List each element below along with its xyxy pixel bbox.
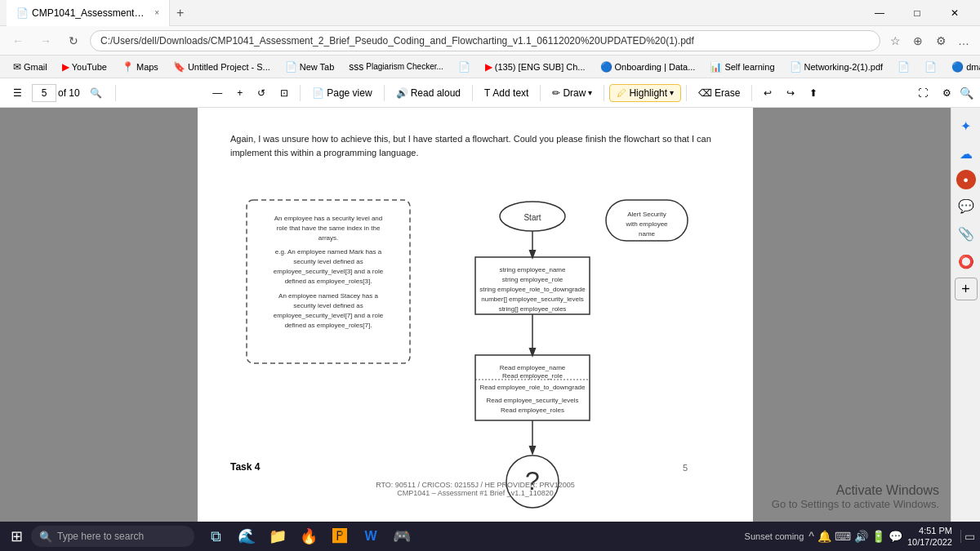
svg-text:employee_security_level[7] and: employee_security_level[7] and a role [274,312,384,319]
taskbar-word-icon[interactable]: W [356,522,385,551]
address-input[interactable] [90,30,880,51]
close-button[interactable]: ✕ [936,0,973,26]
bookmark-dmaic[interactable]: 🔵 dmaic [945,60,980,74]
bookmark-networking[interactable]: 📄 Networking-2(1).pdf [783,60,890,74]
erase-label: Erase [715,87,740,99]
sidebar-chat-icon[interactable]: 💬 [955,194,978,217]
browser-tab[interactable]: 📄 CMP1041_Assessment_2_Brief_P × [7,0,170,26]
comment-icon[interactable]: 💬 [889,530,902,543]
sidebar-circle-icon[interactable]: ● [956,170,976,189]
bookmark-onboarding-label: Onboarding | Data... [615,62,696,72]
pdf-toolbar-center: — + ↺ ⊡ 📄 Page view 🔊 Read aloud T Add t… [122,84,908,102]
draw-button[interactable]: ✏ Draw ▾ [546,85,599,101]
taskbar-sys-icons: ^ 🔔 ⌨ 🔊 🔋 💬 [808,530,902,543]
sidebar-star-icon[interactable]: ✦ [955,114,978,137]
collections-icon[interactable]: ⊕ [908,31,928,51]
undo-button[interactable]: ↩ [757,85,778,101]
bookmark-doc2[interactable]: 📄 [891,60,916,74]
svg-text:string employee_name: string employee_name [500,266,566,273]
taskbar-game-icon[interactable]: 🎮 [387,522,416,551]
page-view-button[interactable]: 📄 Page view [305,85,378,101]
svg-text:defined as employee_roles[3].: defined as employee_roles[3]. [285,278,372,285]
add-text-button[interactable]: T Add text [478,85,535,101]
toolbar-search-icon[interactable]: 🔍 [960,87,973,100]
rotate-button[interactable]: ↺ [251,85,272,101]
star-icon[interactable]: ☆ [885,31,905,51]
svg-text:Read employee_roles: Read employee_roles [501,407,564,414]
task-label: Task 4 [230,461,260,473]
bookmark-selflearning[interactable]: 📊 Self learning [703,60,781,74]
keyboard-icon[interactable]: ⌨ [835,530,851,543]
fit-page-button[interactable]: ⊡ [274,85,295,101]
back-button[interactable]: ← [7,29,29,52]
toolbar-separator-7 [686,85,687,101]
battery-icon[interactable]: 🔋 [871,530,885,543]
svg-text:Alert Security: Alert Security [627,211,666,218]
powerpoint-icon: 🅿 [332,528,347,545]
start-button[interactable]: ⊞ [5,525,28,548]
activate-windows-title: Activate Windows [772,483,939,498]
new-tab-button[interactable]: + [170,6,190,20]
volume-icon[interactable]: 🔊 [854,530,868,543]
sidebar-office-icon[interactable]: ⭕ [955,250,978,273]
export-button[interactable]: ⬆ [803,85,824,101]
taskbar-app-icons: ⧉ 🌊 📁 🔥 🅿 W 🎮 [201,522,416,551]
add-text-label: Add text [492,87,528,99]
svg-text:security level defined as: security level defined as [293,302,363,309]
fullscreen-button[interactable]: ⛶ [911,85,934,101]
taskbar-edge-icon[interactable]: 🌊 [232,522,261,551]
taskbar-firefox-icon[interactable]: 🔥 [294,522,323,551]
refresh-button[interactable]: ↻ [62,29,85,52]
bookmark-doc1[interactable]: 📄 [452,60,477,74]
highlight-button[interactable]: 🖊 Highlight ▾ [609,84,681,102]
sidebar-attachment-icon[interactable]: 📎 [955,222,978,245]
toolbar-separator-2 [300,85,301,101]
bookmarks-bar: ✉ Gmail ▶ YouTube 📍 Maps 🔖 Untitled Proj… [0,56,980,78]
taskbar-view-icon[interactable]: ⧉ [201,522,230,551]
doc2-icon: 📄 [898,61,910,73]
redo-button[interactable]: ↪ [780,85,801,101]
sidebar-toggle-button[interactable]: ☰ [7,85,29,101]
draw-icon: ✏ [552,87,560,99]
show-desktop-icon[interactable]: ▭ [960,530,975,543]
title-bar: 📄 CMP1041_Assessment_2_Brief_P × + — □ ✕ [0,0,980,26]
bookmark-untitled[interactable]: 🔖 Untitled Project - S... [167,60,277,74]
highlight-label: Highlight [629,87,667,99]
minus-button[interactable]: — [206,85,229,101]
sidebar-add-icon[interactable]: + [955,278,978,300]
read-aloud-button[interactable]: 🔊 Read aloud [390,85,467,101]
pdf-toolbar-left: ☰ of 10 🔍 [7,84,109,102]
settings-icon[interactable]: ⚙ [931,31,951,51]
pdf-page: Again, I was unsure how to achieve this,… [198,108,753,522]
plus-button[interactable]: + [230,85,249,101]
tab-close-button[interactable]: × [154,8,159,17]
sidebar-cloud-icon[interactable]: ☁ [955,142,978,165]
maximize-button[interactable]: □ [898,0,936,26]
bookmark-doc3[interactable]: 📄 [918,60,943,74]
bookmark-youtube[interactable]: ▶ YouTube [56,60,114,74]
taskbar-folder-icon[interactable]: 📁 [263,522,292,551]
bookmark-maps[interactable]: 📍 Maps [115,60,165,74]
more-tools-button[interactable]: ⚙ [936,85,958,101]
erase-button[interactable]: ⌫ Erase [692,85,746,101]
page-number-input[interactable] [32,84,56,102]
minimize-button[interactable]: — [861,0,898,26]
bookmark-onboarding[interactable]: 🔵 Onboarding | Data... [594,60,702,74]
bookmark-newtab[interactable]: 📄 New Tab [278,60,341,74]
taskbar-search[interactable]: 🔍 Type here to search [31,526,194,547]
forward-button[interactable]: → [34,29,57,52]
notification-icon[interactable]: 🔔 [817,530,831,543]
svg-text:security level defined as: security level defined as [293,258,363,265]
bookmark-engvideo[interactable]: ▶ (135) [ENG SUB] Ch... [479,60,592,74]
bookmark-plagiarism[interactable]: sss Plagiarism Checker... [342,60,449,74]
bookmark-selflearning-label: Self learning [724,62,774,72]
taskbar-powerpoint-icon[interactable]: 🅿 [325,522,354,551]
search-button[interactable]: 🔍 [83,85,109,101]
taskbar: ⊞ 🔍 Type here to search ⧉ 🌊 📁 🔥 🅿 W 🎮 Su… [0,522,980,551]
more-icon[interactable]: … [954,31,973,51]
bookmark-gmail[interactable]: ✉ Gmail [7,60,54,74]
read-aloud-icon: 🔊 [396,87,408,99]
svg-text:employee_security_level[3] and: employee_security_level[3] and a role [274,268,384,275]
svg-text:name: name [639,230,656,238]
tray-expand-icon[interactable]: ^ [808,530,814,543]
